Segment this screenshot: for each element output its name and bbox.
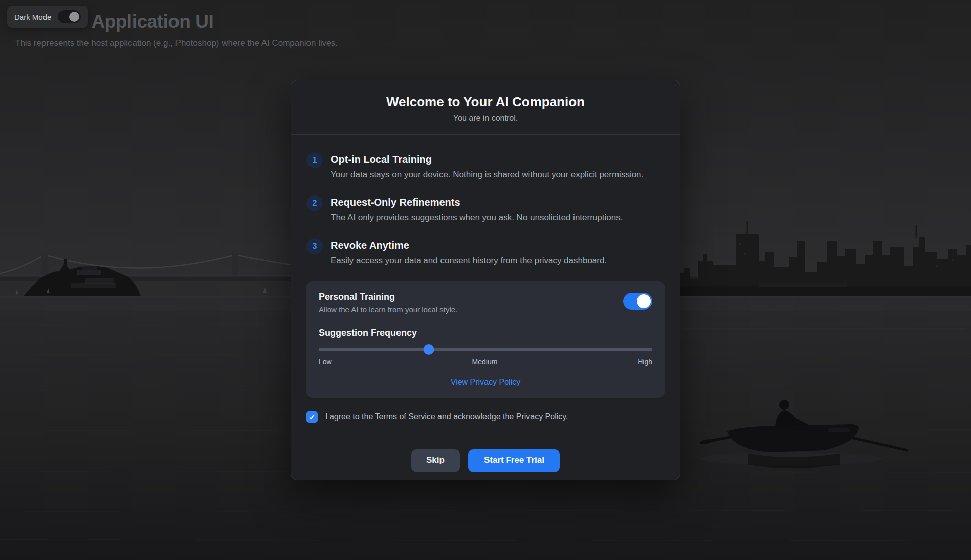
step-number-badge: 2 — [306, 195, 323, 211]
dark-mode-label: Dark Mode — [14, 13, 51, 21]
agreement-label: I agree to the Terms of Service and ackn… — [325, 412, 568, 422]
personal-training-toggle[interactable] — [623, 293, 652, 310]
step-description: Easily access your data and consent hist… — [331, 256, 607, 266]
agreement-checkbox[interactable]: ✓ — [306, 411, 318, 423]
step-title: Opt-in Local Training — [331, 152, 643, 165]
step-description: Your data stays on your device. Nothing … — [331, 170, 643, 180]
slider-label-low: Low — [319, 358, 332, 366]
host-app-subtitle: This represents the host application (e.… — [15, 38, 338, 49]
settings-card: Personal Training Allow the AI to learn … — [306, 281, 665, 398]
personal-training-description: Allow the AI to learn from your local st… — [319, 305, 457, 314]
dark-mode-toggle-thumb — [69, 12, 79, 22]
slider-thumb[interactable] — [423, 344, 434, 355]
step-title: Revoke Anytime — [331, 238, 607, 251]
slider-track[interactable] — [319, 348, 652, 351]
step-opt-in-local-training: 1 Opt-in Local Training Your data stays … — [306, 152, 665, 180]
step-revoke-anytime: 3 Revoke Anytime Easily access your data… — [306, 238, 665, 266]
personal-training-label: Personal Training — [319, 292, 457, 302]
modal-title: Welcome to Your AI Companion — [301, 94, 670, 110]
view-privacy-policy-link[interactable]: View Privacy Policy — [451, 378, 520, 386]
start-free-trial-button[interactable]: Start Free Trial — [468, 449, 560, 472]
step-title: Request-Only Refinements — [331, 195, 623, 208]
ai-companion-modal: Welcome to Your AI Companion You are in … — [291, 80, 680, 480]
step-description: The AI only provides suggestions when yo… — [331, 213, 623, 223]
step-number-badge: 3 — [306, 238, 323, 254]
modal-header: Welcome to Your AI Companion You are in … — [291, 80, 680, 135]
skip-button[interactable]: Skip — [411, 449, 460, 472]
step-request-only-refinements: 2 Request-Only Refinements The AI only p… — [306, 195, 665, 223]
slider-labels: Low Medium High — [319, 358, 652, 366]
step-number-badge: 1 — [306, 152, 323, 168]
agreement-row: ✓ I agree to the Terms of Service and ac… — [306, 411, 665, 423]
personal-training-toggle-thumb — [637, 294, 651, 308]
personal-training-row: Personal Training Allow the AI to learn … — [319, 292, 652, 314]
suggestion-frequency-label: Suggestion Frequency — [319, 328, 652, 338]
modal-footer: Skip Start Free Trial — [291, 436, 680, 487]
dark-mode-toggle[interactable] — [58, 10, 81, 23]
slider-label-medium: Medium — [472, 358, 498, 366]
modal-body: 1 Opt-in Local Training Your data stays … — [291, 135, 680, 423]
suggestion-frequency-slider[interactable] — [319, 344, 652, 354]
checkmark-icon: ✓ — [309, 413, 316, 421]
modal-subtitle: You are in control. — [301, 114, 670, 123]
slider-label-high: High — [638, 358, 652, 366]
dark-mode-pill: Dark Mode — [7, 6, 88, 28]
